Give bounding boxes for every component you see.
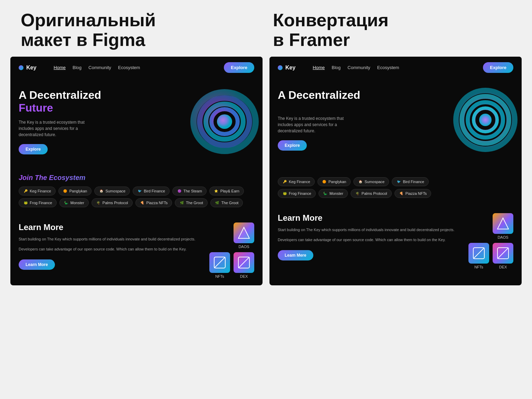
tag-the-groot-1[interactable]: 🌿The Groot	[175, 198, 208, 207]
left-learn-icons: DAOS NFTs DEX	[209, 222, 254, 278]
right-hero: A Decentralized The Key is a trusted eco…	[269, 78, 522, 168]
dex-label: DEX	[240, 274, 248, 278]
right-navbar: Key Home Blog Community Ecosystem Explor…	[269, 57, 522, 78]
right-tags-row1: 🔑Keg Finance 🟠Panglykan 🏠Sumospace 🐦Bird…	[278, 177, 513, 186]
tag-the-groot-2[interactable]: 🌿The Groot	[210, 198, 243, 207]
tag-sumospace[interactable]: 🏠Sumospace	[94, 187, 130, 196]
right-hero-explore-btn[interactable]: Explore	[278, 140, 307, 151]
right-logo-dot-icon	[278, 65, 283, 70]
right-title-line2: в Framer	[273, 30, 350, 50]
right-daos-card: DAOS	[493, 213, 513, 239]
right-tag-keg-finance[interactable]: 🔑Keg Finance	[278, 177, 315, 186]
right-learn-more-btn[interactable]: Leam Mere	[278, 250, 313, 260]
left-hero: A Decentralized Future The Key is a trus…	[10, 78, 263, 168]
left-ecosystem-title: Join The Ecosystem	[19, 174, 254, 182]
right-learn-icons: DAOS NFTs DEX	[468, 213, 513, 269]
nav-home-link[interactable]: Home	[54, 65, 66, 70]
left-panel: Key Home Blog Community Ecosystem Explor…	[10, 57, 263, 285]
svg-line-18	[473, 248, 484, 259]
left-nav-links: Home Blog Community Ecosystem	[54, 65, 217, 70]
left-learn-desc1: Start building on The Key which supports…	[19, 236, 202, 242]
tag-panglykan[interactable]: 🟠Panglykan	[58, 187, 92, 196]
right-hero-desc: The Key is a trusted ecosystem that incl…	[278, 115, 354, 134]
right-daos-label: DAOS	[497, 235, 508, 239]
nav-blog-link[interactable]: Blog	[73, 65, 82, 70]
left-title-line2: макет в Figma	[21, 30, 145, 50]
right-ecosystem: 🔑Keg Finance 🟠Panglykan 🏠Sumospace 🐦Bird…	[269, 168, 522, 206]
daos-icon	[234, 222, 254, 243]
svg-marker-6	[238, 227, 249, 238]
tag-the-steam[interactable]: 🟣The Steam	[172, 187, 207, 196]
left-logo: Key	[19, 65, 36, 71]
dex-icon	[234, 252, 254, 273]
tag-play-earn[interactable]: ⭐Play& Earn	[209, 187, 244, 196]
left-tags-row1: 🔑Keg Finance 🟠Panglykan 🏠Sumospace 🐦Bird…	[19, 187, 254, 196]
right-nav-home-link[interactable]: Home	[313, 65, 325, 70]
right-tag-monster[interactable]: 🦕Monster	[319, 189, 348, 198]
left-navbar: Key Home Blog Community Ecosystem Explor…	[10, 57, 263, 78]
left-learn-section: Learn More Start building on The Key whi…	[10, 216, 263, 285]
left-hero-desc: The Key is a trusted ecosystem that incl…	[19, 119, 95, 138]
right-hero-title-line1: A Decentralized	[278, 89, 513, 102]
right-tag-bird-finance[interactable]: 🐦Bird Finance	[392, 177, 429, 186]
logo-text: Key	[26, 65, 36, 71]
right-learn-desc1: Start building on The Key which supports…	[278, 227, 462, 233]
dex-card: DEX	[234, 252, 254, 278]
left-learn-title: Learn More	[19, 222, 202, 232]
right-nfts-card: NFTs	[468, 243, 489, 269]
right-tag-panglykan[interactable]: 🟠Panglykan	[317, 177, 351, 186]
nfts-icon	[209, 252, 230, 273]
left-tags-row2: 🐸Frog Finance 🦕Monster 🌴Palms Protocol 🍕…	[19, 198, 254, 207]
right-logo: Key	[278, 65, 295, 71]
right-tag-palms-protocol[interactable]: 🌴Palms Protocol	[351, 189, 392, 198]
left-hero-title-line1: A Decentralized	[19, 89, 254, 102]
left-header-label: Оригинальный макет в Figma	[14, 10, 266, 50]
right-daos-icon	[493, 213, 513, 234]
nav-ecosystem-link[interactable]: Ecosystem	[118, 65, 140, 70]
svg-line-10	[238, 257, 249, 268]
right-nav-ecosystem-link[interactable]: Ecosystem	[377, 65, 399, 70]
left-title-line1: Оригинальный	[21, 10, 156, 30]
right-tag-piazza-nfts[interactable]: 🍕Piazza NFTs	[395, 189, 431, 198]
left-explore-btn[interactable]: Explore	[224, 62, 254, 73]
tag-bird-finance[interactable]: 🐦Bird Finance	[133, 187, 170, 196]
tag-piazza-nfts[interactable]: 🍕Piazza NFTs	[135, 198, 172, 207]
right-nav-links: Home Blog Community Ecosystem	[313, 65, 476, 70]
daos-label: DAOS	[238, 245, 249, 249]
left-learn-desc2: Developers can take advantage of our ope…	[19, 246, 202, 252]
left-learn-text: Learn More Start building on The Key whi…	[19, 222, 202, 278]
right-tag-frog-finance[interactable]: 🐸Frog Finance	[278, 189, 316, 198]
right-learn-title: Learn More	[278, 213, 462, 223]
logo-dot-icon	[19, 65, 23, 70]
tag-monster[interactable]: 🦕Monster	[59, 198, 89, 207]
right-nfts-icon	[468, 243, 489, 264]
left-hero-explore-btn[interactable]: Explore	[19, 144, 48, 154]
svg-line-8	[214, 257, 225, 268]
right-logo-text: Key	[285, 65, 295, 71]
right-nav-blog-link[interactable]: Blog	[332, 65, 341, 70]
panels-container: Key Home Blog Community Ecosystem Explor…	[0, 57, 532, 292]
header-comparison: Оригинальный макет в Figma Конвертация в…	[0, 0, 532, 57]
right-header-label: Конвертация в Framer	[266, 10, 518, 50]
svg-line-20	[497, 248, 509, 259]
right-panel: Key Home Blog Community Ecosystem Explor…	[269, 57, 522, 285]
right-explore-btn[interactable]: Explore	[483, 62, 513, 73]
tag-palms-protocol[interactable]: 🌴Palms Protocol	[92, 198, 133, 207]
left-hero-title-purple: Future	[19, 102, 254, 114]
nfts-label: NFTs	[215, 274, 224, 278]
right-learn-text: Learn More Start building on The Key whi…	[278, 213, 462, 269]
right-dex-label: DEX	[499, 265, 507, 269]
right-learn-desc2: Developers can take advantage of our ope…	[278, 237, 462, 243]
right-dex-icon	[493, 243, 513, 264]
nav-community-link[interactable]: Community	[88, 65, 111, 70]
svg-marker-16	[497, 218, 509, 229]
left-learn-more-btn[interactable]: Learn More	[19, 259, 55, 270]
right-learn-section: Learn More Start building on The Key whi…	[269, 206, 522, 276]
right-tag-sumospace[interactable]: 🏠Sumospace	[353, 177, 389, 186]
left-hero-text: A Decentralized Future The Key is a trus…	[19, 89, 254, 161]
tag-frog-finance[interactable]: 🐸Frog Finance	[19, 198, 57, 207]
right-nav-community-link[interactable]: Community	[348, 65, 370, 70]
tag-keg-finance[interactable]: 🔑Keg Finance	[19, 187, 56, 196]
right-tags-row2: 🐸Frog Finance 🦕Monster 🌴Palms Protocol 🍕…	[278, 189, 513, 198]
left-ecosystem: Join The Ecosystem 🔑Keg Finance 🟠Panglyk…	[10, 168, 263, 216]
